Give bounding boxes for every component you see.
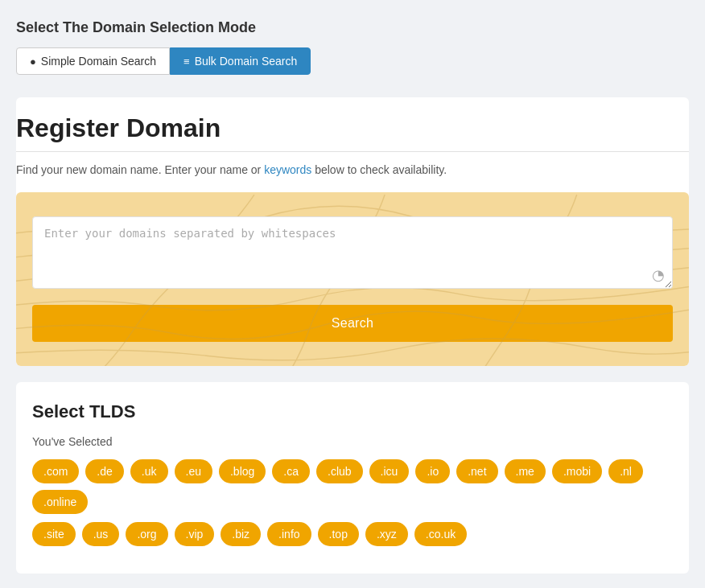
tld-badge[interactable]: .org [126, 522, 167, 546]
tld-badge[interactable]: .mobi [552, 459, 602, 483]
tld-badge[interactable]: .xyz [365, 522, 408, 546]
tld-badge[interactable]: .ca [272, 459, 310, 483]
tld-badge[interactable]: .site [32, 522, 76, 546]
bulk-btn-label: Bulk Domain Search [195, 55, 298, 68]
tld-badge[interactable]: .us [82, 522, 120, 546]
tld-badge[interactable]: .online [32, 490, 88, 514]
domain-search-input[interactable] [32, 216, 673, 289]
mode-label-text: Select The Domain Selection Mode [16, 19, 689, 36]
bulk-icon: ≡ [183, 56, 190, 68]
tld-badge[interactable]: .icu [369, 459, 410, 483]
tlds-section: Select TLDS You've Selected .com.de.uk.e… [16, 382, 689, 574]
refresh-icon[interactable]: ◔ [652, 266, 665, 284]
subtitle-before: Find your new domain name. Enter your na… [16, 163, 264, 176]
search-area: ◔ Search [16, 192, 689, 366]
register-subtitle: Find your new domain name. Enter your na… [16, 163, 689, 176]
tld-badge[interactable]: .nl [608, 459, 643, 483]
simple-icon: ● [30, 56, 36, 68]
tlds-title: Select TLDS [32, 401, 673, 422]
bulk-domain-search-button[interactable]: ≡ Bulk Domain Search [170, 47, 311, 75]
tld-badge[interactable]: .net [456, 459, 497, 483]
mode-buttons-group: ● Simple Domain Search ≡ Bulk Domain Sea… [16, 47, 689, 75]
tld-badge[interactable]: .biz [221, 522, 261, 546]
tlds-row-1: .com.de.uk.eu.blog.ca.club.icu.io.net.me… [32, 459, 673, 514]
subtitle-after: below to check availability. [311, 163, 447, 176]
tld-badge[interactable]: .com [32, 459, 79, 483]
register-section: Register Domain Find your new domain nam… [16, 97, 689, 366]
search-textarea-wrapper: ◔ [32, 216, 673, 292]
simple-domain-search-button[interactable]: ● Simple Domain Search [16, 47, 170, 75]
tlds-row-2: .site.us.org.vip.biz.info.top.xyz.co.uk [32, 522, 673, 546]
tld-badge[interactable]: .vip [175, 522, 215, 546]
tld-badge[interactable]: .blog [219, 459, 266, 483]
tld-badge[interactable]: .info [267, 522, 311, 546]
tld-badge[interactable]: .club [316, 459, 363, 483]
register-title: Register Domain [16, 97, 689, 152]
subtitle-link[interactable]: keywords [264, 163, 311, 176]
tld-badge[interactable]: .eu [175, 459, 212, 483]
tld-badge[interactable]: .uk [130, 459, 168, 483]
tld-badge[interactable]: .me [505, 459, 546, 483]
tlds-selected-label: You've Selected [32, 435, 673, 448]
simple-btn-label: Simple Domain Search [41, 55, 156, 68]
tld-badge[interactable]: .de [85, 459, 123, 483]
tld-badge[interactable]: .co.uk [414, 522, 467, 546]
tld-badge[interactable]: .io [415, 459, 450, 483]
tld-badge[interactable]: .top [318, 522, 359, 546]
